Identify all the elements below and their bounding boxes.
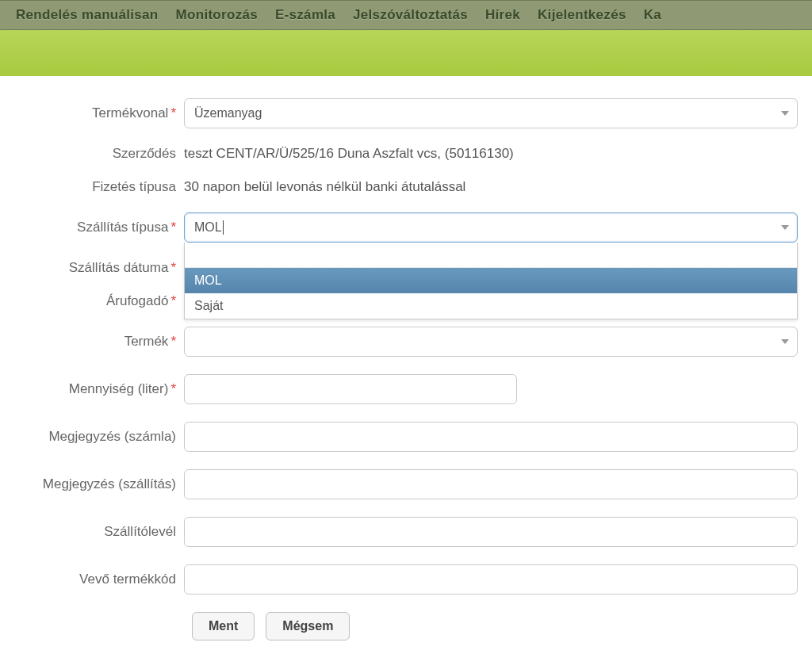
delivery-type-select[interactable]: MOL [184,212,798,243]
contract-value: teszt CENT/AR/Ü/525/16 Duna Aszfalt vcs,… [184,146,514,161]
nav-item-password[interactable]: Jelszóváltoztatás [353,7,468,23]
header-greenbar [0,30,812,76]
chevron-down-icon [781,111,789,116]
payment-type-value: 30 napon belül levonás nélkül banki átut… [184,179,465,194]
delivery-date-label: Szállítás dátuma* [6,260,184,276]
delivery-type-label: Szállítás típusa* [6,220,184,235]
nav-item-cut[interactable]: Ka [644,7,661,23]
nav-item-monitoring[interactable]: Monitorozás [176,7,258,23]
product-line-label: Termékvonal* [6,105,184,121]
delivery-type-option-mol[interactable]: MOL [185,268,797,293]
note-delivery-label: Megjegyzés (szállítás) [6,476,184,492]
nav-item-einvoice[interactable]: E-számla [275,7,335,23]
delivery-type-dropdown: MOL Saját [184,243,798,319]
product-label: Termék* [6,334,184,350]
quantity-label: Mennyiség (liter)* [6,381,184,397]
consignee-label: Árufogadó* [6,293,184,309]
delivery-note-label: Szállítólevél [6,524,184,540]
product-line-value: Üzemanyag [194,106,770,120]
cancel-button[interactable]: Mégsem [266,612,350,640]
nav-item-logout[interactable]: Kijelentkezés [538,7,626,23]
delivery-type-option-sajat[interactable]: Saját [185,293,797,319]
buyer-code-input[interactable] [184,564,798,595]
chevron-down-icon [781,225,789,230]
delivery-type-value: MOL [194,220,770,235]
quantity-input[interactable] [184,374,517,404]
contract-label: Szerződés [6,146,184,162]
buyer-code-label: Vevő termékkód [6,572,184,587]
save-button[interactable]: Ment [192,612,255,640]
nav-item-manual-order[interactable]: Rendelés manuálisan [16,7,159,23]
note-invoice-label: Megjegyzés (számla) [6,429,184,445]
order-form: Termékvonal* Üzemanyag Szerződés teszt C… [0,76,812,650]
note-invoice-input[interactable] [184,422,798,452]
chevron-down-icon [781,339,789,344]
product-line-select[interactable]: Üzemanyag [184,98,798,128]
nav-item-news[interactable]: Hírek [485,7,520,23]
dropdown-search-area[interactable] [185,243,797,268]
note-delivery-input[interactable] [184,469,798,499]
payment-type-label: Fizetés típusa [6,179,184,195]
delivery-note-input[interactable] [184,517,798,547]
product-select[interactable] [184,327,798,357]
top-nav: Rendelés manuálisan Monitorozás E-számla… [0,0,812,30]
